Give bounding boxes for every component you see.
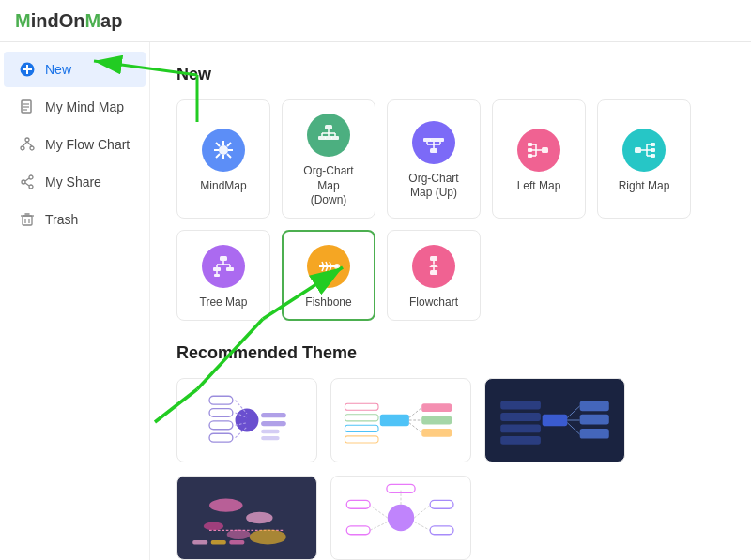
template-card-mindmap[interactable]: MindMap [176,99,270,219]
svg-rect-107 [261,421,286,426]
svg-line-35 [216,143,220,146]
svg-rect-64 [528,148,532,152]
sidebar-item-my-share[interactable]: My Share [4,164,146,200]
svg-rect-125 [580,401,609,412]
svg-rect-55 [430,138,437,142]
svg-rect-25 [23,216,32,225]
svg-rect-151 [430,526,453,535]
svg-line-150 [414,522,430,531]
template-grid: MindMap Org-C [176,99,725,321]
svg-rect-101 [209,434,233,443]
svg-rect-10 [23,68,32,70]
svg-rect-57 [542,147,548,153]
mindmap-label: MindMap [200,179,246,194]
tree-map-label: Tree Map [200,295,248,310]
svg-rect-121 [543,415,568,426]
svg-rect-72 [651,143,655,146]
svg-rect-99 [209,409,233,417]
svg-point-22 [29,185,33,189]
svg-point-97 [236,409,259,432]
svg-line-146 [370,522,388,531]
svg-rect-98 [209,397,233,405]
svg-point-20 [29,175,33,179]
svg-rect-131 [500,436,541,445]
template-card-left-map[interactable]: Left Map [492,99,586,219]
theme-card-2[interactable] [330,378,471,462]
svg-line-124 [567,423,579,434]
svg-line-24 [25,183,29,186]
svg-point-135 [204,522,223,531]
org-down-icon [307,114,350,157]
svg-rect-110 [380,415,409,426]
sidebar-item-my-mind-map-label: My Mind Map [45,99,124,114]
template-card-fishbone[interactable]: Fishbone [282,230,376,322]
template-card-tree-map[interactable]: Tree Map [176,230,270,322]
logo: MindOnMap [15,10,122,32]
svg-point-137 [227,530,251,540]
svg-rect-47 [331,136,339,140]
svg-line-38 [216,154,220,158]
template-card-org-down[interactable]: Org-Chart Map(Down) [282,99,376,219]
template-card-org-up[interactable]: Org-Chart Map (Up) [387,99,481,219]
svg-rect-92 [430,256,437,261]
svg-rect-45 [318,136,326,140]
svg-rect-100 [209,421,233,430]
svg-rect-130 [500,425,541,433]
content-area: New MindMap [150,42,751,560]
sidebar-item-my-flow-chart[interactable]: My Flow Chart [4,127,146,162]
mindmap-icon [202,129,245,172]
right-map-icon [622,129,666,172]
svg-point-141 [388,505,414,531]
svg-rect-128 [500,401,541,410]
sidebar: New My Mind Map My Flow Chart My Share T… [0,42,150,560]
svg-rect-117 [345,404,378,411]
svg-rect-83 [214,274,220,277]
sidebar-item-trash-label: Trash [45,212,78,227]
svg-rect-108 [261,430,280,433]
left-map-icon [517,129,560,172]
trash-icon [19,211,36,228]
svg-line-144 [370,506,388,518]
svg-rect-149 [430,501,453,509]
svg-rect-126 [580,415,609,425]
svg-rect-80 [213,267,221,271]
svg-rect-116 [421,429,452,437]
svg-line-148 [414,506,430,518]
svg-line-36 [227,154,231,158]
recommended-section-title: Recommended Theme [176,343,725,363]
template-card-flowchart[interactable]: Flowchart [387,230,481,322]
theme-card-4[interactable] [176,476,317,560]
new-section-title: New [176,65,725,84]
sidebar-item-new-label: New [45,62,71,77]
sidebar-item-my-flow-chart-label: My Flow Chart [45,137,130,152]
svg-rect-46 [325,136,332,140]
svg-rect-120 [345,436,378,443]
svg-point-21 [22,180,25,184]
theme-card-3[interactable] [484,378,625,462]
svg-line-113 [409,423,421,433]
svg-rect-115 [421,416,452,425]
svg-rect-109 [261,436,280,440]
svg-rect-114 [421,404,452,413]
svg-rect-138 [192,540,207,544]
theme-card-1[interactable] [176,378,317,462]
sidebar-item-my-mind-map[interactable]: My Mind Map [4,89,146,125]
svg-line-18 [23,142,27,146]
svg-rect-145 [346,501,370,509]
left-map-label: Left Map [517,179,561,194]
theme-card-5[interactable] [330,476,471,560]
svg-rect-75 [220,256,227,261]
svg-point-134 [246,512,272,523]
svg-rect-140 [229,540,244,544]
svg-rect-106 [261,413,286,417]
svg-rect-56 [437,138,444,142]
sidebar-item-new[interactable]: New [4,52,146,87]
fishbone-icon [307,245,350,288]
svg-line-111 [409,408,421,418]
svg-rect-73 [651,148,655,152]
svg-rect-129 [500,413,541,421]
template-card-right-map[interactable]: Right Map [597,99,691,219]
svg-line-19 [27,142,32,146]
svg-rect-139 [211,540,226,544]
sidebar-item-trash[interactable]: Trash [4,202,146,237]
